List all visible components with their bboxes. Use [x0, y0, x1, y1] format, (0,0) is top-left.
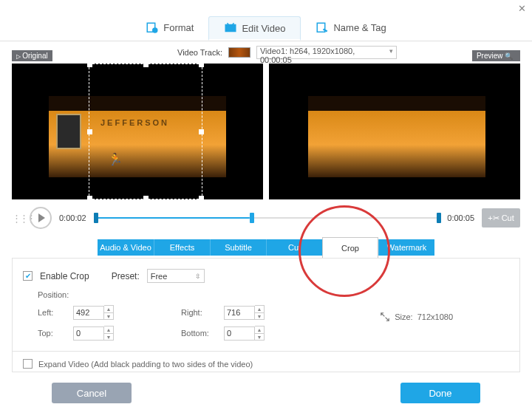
close-icon[interactable]: ✕: [518, 3, 526, 14]
format-icon: [146, 21, 159, 35]
video-track-dropdown[interactable]: Video1: h264, 1920x1080, 00:00:05: [256, 46, 397, 59]
tab-format[interactable]: Format: [131, 16, 208, 41]
done-button[interactable]: Done: [400, 383, 480, 403]
tab-format-label: Format: [163, 22, 194, 33]
top-input[interactable]: [73, 326, 104, 341]
right-label: Right:: [181, 308, 218, 317]
crop-handle[interactable]: [143, 196, 149, 199]
crop-handle[interactable]: [199, 64, 204, 67]
enable-crop-label: Enable Crop: [40, 271, 89, 281]
original-pane[interactable]: [12, 64, 263, 199]
name-tag-icon: [316, 21, 329, 35]
subtab-watermark[interactable]: Watermark: [378, 239, 434, 256]
subtab-subtitle[interactable]: Subtitle: [210, 239, 266, 256]
down-icon[interactable]: ▼: [104, 312, 113, 319]
subtab-crop[interactable]: Crop: [322, 237, 378, 258]
time-current: 0:00:02: [59, 213, 86, 222]
left-stepper[interactable]: ▲▼: [73, 305, 117, 320]
down-icon[interactable]: ▼: [104, 333, 113, 340]
original-label: Original: [12, 50, 52, 61]
tab-name-tag[interactable]: Name & Tag: [301, 16, 400, 41]
playhead[interactable]: [250, 213, 254, 223]
top-label: Top:: [38, 329, 67, 338]
preview-label[interactable]: Preview: [472, 50, 520, 61]
enable-crop-checkbox[interactable]: ✔: [23, 271, 33, 281]
top-tabs: Format Edit Video Name & Tag: [0, 13, 532, 41]
crop-handle[interactable]: [87, 196, 92, 199]
tab-name-label: Name & Tag: [333, 22, 386, 33]
track-thumbnail: [228, 47, 250, 58]
time-total: 0:00:05: [447, 213, 474, 222]
subtab-effects[interactable]: Effects: [154, 239, 210, 256]
down-icon[interactable]: ▼: [255, 312, 264, 319]
size-icon: [380, 312, 390, 322]
up-icon[interactable]: ▲: [104, 326, 113, 333]
range-end-handle[interactable]: [437, 213, 441, 223]
crop-handle[interactable]: [199, 196, 204, 199]
size-value: 712x1080: [417, 312, 453, 321]
up-icon[interactable]: ▲: [255, 326, 264, 333]
crop-selection[interactable]: [89, 64, 202, 199]
range-start-handle[interactable]: [94, 213, 98, 223]
up-icon[interactable]: ▲: [255, 306, 264, 312]
crop-handle[interactable]: [143, 64, 149, 67]
size-label: Size:: [395, 312, 412, 321]
sub-tabs: Audio & Video Effects Subtitle Cut Crop …: [0, 239, 532, 258]
preset-dropdown[interactable]: Free: [147, 269, 205, 283]
crop-handle[interactable]: [87, 129, 92, 134]
play-button[interactable]: [30, 207, 52, 229]
cut-button[interactable]: Cut: [482, 208, 520, 228]
right-stepper[interactable]: ▲▼: [224, 305, 268, 320]
up-icon[interactable]: ▲: [104, 306, 113, 312]
subtab-audio-video[interactable]: Audio & Video: [98, 239, 154, 256]
bottom-label: Bottom:: [181, 329, 218, 338]
crop-handle[interactable]: [199, 129, 204, 134]
down-icon[interactable]: ▼: [255, 333, 264, 340]
edit-video-icon: [224, 21, 237, 35]
crop-panel: ✔ Enable Crop Preset: Free Position: Lef…: [12, 258, 520, 372]
preset-label: Preset:: [112, 271, 140, 281]
bottom-stepper[interactable]: ▲▼: [224, 326, 268, 341]
timeline: ⋮⋮⋮ 0:00:02 0:00:05 Cut: [0, 199, 532, 235]
position-label: Position:: [38, 290, 509, 299]
grip-icon[interactable]: ⋮⋮⋮: [12, 213, 22, 224]
video-track-row: Video Track: Video1: h264, 1920x1080, 00…: [0, 41, 532, 64]
svg-point-1: [152, 27, 158, 33]
svg-rect-3: [318, 23, 326, 32]
expand-video-label: Expand Video (Add black padding to two s…: [38, 360, 253, 369]
svg-rect-2: [225, 24, 236, 33]
top-stepper[interactable]: ▲▼: [73, 326, 117, 341]
bottom-input[interactable]: [224, 326, 255, 341]
subtab-cut[interactable]: Cut: [266, 239, 322, 256]
right-input[interactable]: [224, 306, 255, 320]
tab-edit-label: Edit Video: [242, 23, 285, 34]
cancel-button[interactable]: Cancel: [52, 383, 132, 403]
preview-pane: [269, 64, 520, 199]
left-input[interactable]: [73, 306, 104, 320]
expand-video-checkbox[interactable]: ✔: [23, 359, 33, 369]
tab-edit-video[interactable]: Edit Video: [208, 16, 301, 41]
crop-handle[interactable]: [87, 64, 92, 67]
video-track-label: Video Track:: [177, 48, 222, 57]
left-label: Left:: [38, 308, 67, 317]
seek-track[interactable]: [94, 215, 440, 221]
